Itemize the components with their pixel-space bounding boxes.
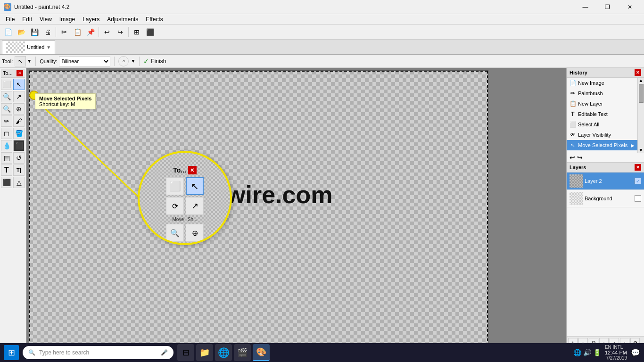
start-button[interactable]: ⊞	[4, 345, 19, 360]
magnify-zoom4-tool[interactable]: ⊕	[186, 224, 204, 242]
magnify-move-tool[interactable]: ↖	[186, 177, 204, 195]
finish-label[interactable]: Finish	[151, 58, 166, 65]
toolbar-save[interactable]: 💾	[28, 26, 41, 38]
layers-close-btn[interactable]: ✕	[635, 164, 641, 171]
eraser-tool[interactable]: ◻	[1, 128, 12, 139]
toolbar-print[interactable]: 🖨	[41, 26, 54, 38]
toolbar-crop[interactable]: ⊞	[131, 26, 143, 38]
lasso-tool[interactable]: 🔍	[1, 91, 12, 102]
layer-item-background[interactable]: Background	[567, 190, 644, 207]
tab-dropdown-icon[interactable]: ▼	[46, 45, 51, 50]
menu-bar: File Edit View Image Layers Adjustments …	[0, 14, 644, 25]
paintnet-taskbar-btn[interactable]: 🎨	[253, 344, 270, 361]
color-picker-tool[interactable]: 💧	[1, 140, 12, 151]
toolbar-sep1	[56, 27, 56, 37]
tool-dropdown-arrow[interactable]: ▼	[27, 58, 32, 64]
minimize-button[interactable]: —	[575, 0, 596, 14]
title-bar-controls: — ❐ ✕	[575, 0, 640, 14]
main-toolbar: 📄 📂 💾 🖨 ✂ 📋 📌 ↩ ↪ ⊞ ⬛	[0, 25, 644, 40]
toolbar-open[interactable]: 📂	[15, 26, 27, 38]
zoom-plus-tool[interactable]: ⊕	[13, 103, 25, 115]
history-item-move[interactable]: ↖ Move Selected Pixels ▶	[567, 140, 637, 150]
menu-adjustments[interactable]: Adjustments	[103, 14, 142, 25]
layer-check-bg[interactable]	[635, 195, 641, 202]
magnify-zoom2-tool[interactable]: ↗	[186, 197, 204, 215]
menu-image[interactable]: Image	[56, 14, 79, 25]
redo-btn[interactable]: ↪	[577, 154, 583, 161]
color-swatch[interactable]: ⬛	[13, 140, 25, 151]
media-btn[interactable]: 🎬	[234, 344, 251, 361]
rectangle-select-tool[interactable]: ⬜	[1, 79, 12, 90]
layers-panel-header: Layers ✕	[567, 163, 644, 173]
browser-btn[interactable]: 🌐	[215, 344, 232, 361]
paint-bucket-tool[interactable]: 🪣	[13, 128, 25, 139]
history-item-new-image[interactable]: 📄 New Image	[567, 78, 637, 88]
toolbar-undo[interactable]: ↩	[101, 26, 113, 38]
tools-panel-close[interactable]: ✕	[17, 70, 23, 76]
quality-select[interactable]: Bilinear Nearest Neighbor Bicubic	[59, 56, 110, 66]
toolbar-sep3	[128, 27, 129, 37]
menu-view[interactable]: View	[36, 14, 56, 25]
toolbar-select-all[interactable]: ⬛	[144, 26, 156, 38]
undo-btn[interactable]: ↩	[570, 154, 575, 161]
network-icon[interactable]: 🌐	[573, 349, 581, 356]
close-button[interactable]: ✕	[619, 0, 640, 14]
toolbar-copy[interactable]: 📋	[71, 26, 83, 38]
search-icon: 🔍	[28, 349, 35, 356]
history-scrollbar[interactable]: ▲ ▼	[637, 78, 644, 153]
scroll-down-btn[interactable]: ▼	[638, 148, 644, 153]
text-tool-2[interactable]: T|	[13, 165, 25, 176]
gradient-tool[interactable]: ▤	[1, 152, 12, 164]
date-label: 7/27/2019	[605, 355, 627, 361]
history-item-paintbrush[interactable]: ✏ Paintbrush	[567, 88, 637, 99]
scroll-thumb[interactable]	[639, 84, 644, 103]
file-explorer-btn[interactable]: 📁	[196, 344, 213, 361]
history-close-btn[interactable]: ✕	[635, 69, 641, 76]
rotation-dropdown[interactable]: ▼	[131, 58, 135, 64]
magnify-inner: To... ✕ ⬜ ↖ ⟳ ↗ Move	[149, 162, 221, 234]
toolbar-new[interactable]: 📄	[2, 26, 14, 38]
tab-untitled[interactable]: Untitled ▼	[2, 41, 55, 54]
layer-check-2[interactable]: ✓	[635, 178, 641, 184]
canvas-area[interactable]: Lifewire.com Move Selected Pixels Shortc…	[26, 68, 566, 349]
magnify-zoom3-tool[interactable]: 🔍	[166, 224, 184, 242]
toolbar-cut[interactable]: ✂	[58, 26, 70, 38]
move-pixels-tool[interactable]: ↖	[13, 79, 25, 90]
text-tool[interactable]: T	[1, 165, 12, 176]
recolor-tool[interactable]: ↺	[13, 152, 25, 164]
tools-panel-header: To... ✕	[1, 69, 25, 78]
brush-tool[interactable]: 🖌	[13, 115, 25, 127]
volume-icon[interactable]: 🔊	[583, 349, 591, 356]
magnify-rect-tool[interactable]: ⬜	[166, 177, 184, 195]
menu-effects[interactable]: Effects	[142, 14, 166, 25]
pencil-tool[interactable]: ✏	[1, 115, 12, 127]
layers-title: Layers	[570, 165, 586, 170]
shapes-tool[interactable]: ⬛	[1, 177, 12, 188]
toolbar-paste[interactable]: 📌	[84, 26, 97, 38]
notification-icon[interactable]: 💬	[631, 348, 640, 357]
toolbar-redo[interactable]: ↪	[114, 26, 126, 38]
maximize-button[interactable]: ❐	[597, 0, 618, 14]
main-area: To... ✕ ⬜ ↖ 🔍 ↗ 🔍 ⊕ ✏ 🖌 ◻ 🪣 💧 ⬛ ▤	[0, 68, 644, 349]
taskbar-search[interactable]: 🔍 Type here to search 🎤	[23, 346, 173, 359]
menu-edit[interactable]: Edit	[18, 14, 36, 25]
scroll-up-btn[interactable]: ▲	[638, 78, 644, 83]
history-item-new-layer[interactable]: 📋 New Layer	[567, 99, 637, 109]
magnify-lasso-tool[interactable]: ⟳	[166, 197, 184, 215]
tool-selector[interactable]: ↖ ▼	[15, 56, 32, 66]
menu-layers[interactable]: Layers	[79, 14, 103, 25]
task-view-btn[interactable]: ⊟	[177, 344, 194, 361]
battery-icon[interactable]: 🔋	[593, 349, 601, 356]
history-item-text[interactable]: T Editable Text	[567, 109, 637, 119]
history-icon-new: 📄	[570, 80, 576, 86]
history-item-select[interactable]: ⬜ Select All	[567, 119, 637, 130]
magnify-close-btn[interactable]: ✕	[188, 166, 197, 174]
history-item-visibility[interactable]: 👁 Layer Visibility	[567, 130, 637, 140]
move-tool[interactable]: ↗	[13, 91, 25, 102]
zoom-tool[interactable]: 🔍	[1, 103, 12, 115]
shapes-tool-2[interactable]: △	[13, 177, 25, 188]
rotation-dial[interactable]: ○	[118, 56, 129, 66]
layer-item-layer2[interactable]: Layer 2 ✓	[567, 173, 644, 190]
menu-file[interactable]: File	[2, 14, 18, 25]
finish-check-icon: ✓	[143, 58, 149, 65]
